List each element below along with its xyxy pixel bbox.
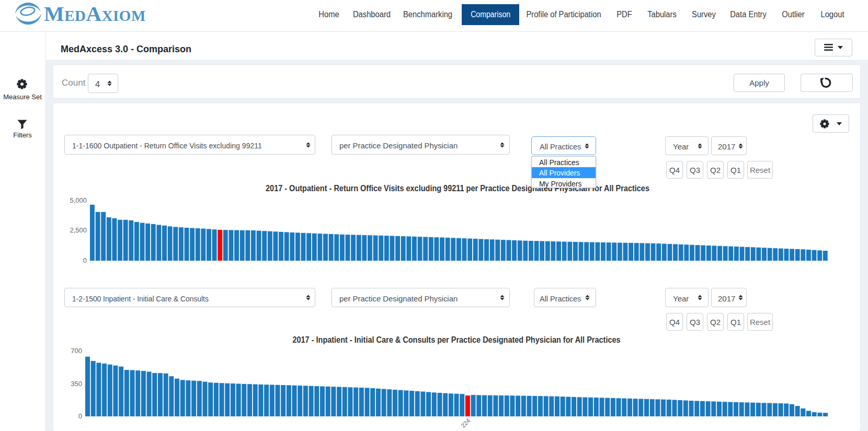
svg-text:700: 700 [71,347,82,355]
svg-text:2,500: 2,500 [70,226,87,234]
svg-text:5,000: 5,000 [70,196,87,204]
svg-text:224: 224 [460,417,471,429]
svg-text:350: 350 [71,380,82,388]
svg-text:0: 0 [83,257,87,264]
svg-text:0: 0 [78,412,82,420]
